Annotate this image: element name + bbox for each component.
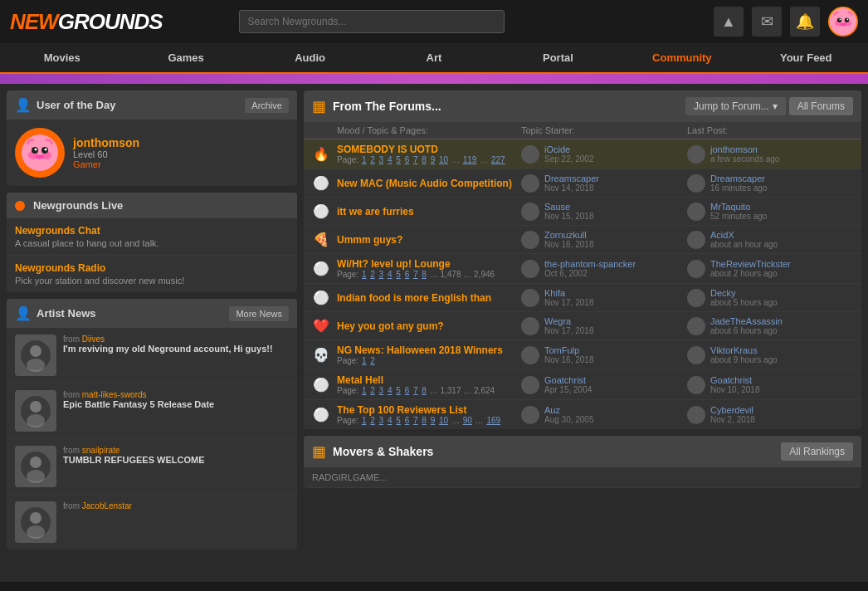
last-poster-name[interactable]: Decky: [710, 288, 778, 298]
starter-name[interactable]: Auz: [544, 405, 594, 415]
last-post-date: Nov 10, 2018: [710, 385, 760, 394]
jump-to-forum-button[interactable]: Jump to Forum... ▾: [685, 97, 786, 115]
starter-name[interactable]: Sause: [544, 202, 594, 212]
starter-name[interactable]: TomFulp: [544, 345, 594, 355]
svg-point-23: [30, 457, 41, 468]
news-author[interactable]: Diives: [82, 335, 105, 344]
forum-row: ⚪ The Top 100 Reviewers List Page: 1 2 3…: [304, 400, 861, 429]
news-avatar: [15, 335, 56, 376]
forum-row: ⚪ Metal Hell Page: 1 2 3 4 5 6 7 8 … 1,3…: [304, 370, 861, 400]
news-icon: 👤: [15, 305, 32, 321]
live-chat-item: Newgrounds Chat A casual place to hang o…: [7, 218, 297, 256]
news-from: from matt-likes-swords: [63, 390, 214, 399]
forum-starter: the-phantom-spancker Oct 6, 2002: [521, 259, 687, 278]
last-poster-name[interactable]: JadeTheAssassin: [710, 316, 783, 326]
forum-starter: Wegra Nov 17, 2018: [521, 316, 687, 335]
nav-community[interactable]: Community: [620, 43, 744, 72]
forum-last: Goatchrist Nov 10, 2018: [687, 375, 853, 394]
search-input[interactable]: [239, 10, 505, 33]
topic-title[interactable]: Indian food is more English than: [337, 292, 521, 304]
forum-last: ViktorKraus about 9 hours ago: [687, 345, 853, 364]
banner: [0, 74, 868, 84]
starter-name[interactable]: Khifa: [544, 288, 594, 298]
starter-date: Nov 15, 2018: [544, 212, 594, 221]
nav-art[interactable]: Art: [372, 43, 495, 72]
uotd-username[interactable]: jonthomson: [73, 136, 139, 149]
news-author[interactable]: matt-likes-swords: [82, 390, 147, 399]
all-forums-button[interactable]: All Forums: [789, 97, 853, 115]
all-rankings-button[interactable]: All Rankings: [781, 442, 853, 461]
starter-info: Zornuzkull Nov 16, 2018: [544, 230, 594, 249]
topic-title[interactable]: Ummm guys?: [337, 234, 521, 246]
last-poster-name[interactable]: TheReviewTrickster: [710, 259, 791, 269]
starter-avatar: [521, 260, 539, 278]
last-post-date: about 5 hours ago: [710, 298, 778, 307]
newgrounds-live-panel: Newgrounds Live Newgrounds Chat A casual…: [7, 193, 297, 292]
starter-avatar: [521, 203, 539, 221]
forum-row: 🔥 SOMEBODY IS UOTD Page: 1 2 3 4 5 6 7 8…: [304, 139, 861, 169]
topic-title[interactable]: NG News: Halloween 2018 Winners: [337, 344, 521, 356]
nav-games[interactable]: Games: [124, 43, 247, 72]
last-poster-name[interactable]: Cyberdevil: [710, 405, 755, 415]
forum-last: Dreamscaper 16 minutes ago: [687, 173, 853, 193]
news-author[interactable]: snailpirate: [82, 446, 120, 455]
starter-date: Sep 22, 2002: [544, 154, 594, 164]
col-last: Last Post:: [687, 125, 853, 135]
starter-name[interactable]: Dreamscaper: [544, 173, 599, 183]
search-bar[interactable]: [239, 10, 505, 33]
topic-title[interactable]: itt we are furries: [337, 206, 521, 217]
news-author[interactable]: JacobLenstar: [82, 501, 132, 510]
last-poster-name[interactable]: Goatchrist: [710, 375, 760, 385]
upload-icon[interactable]: ▲: [714, 7, 744, 37]
topic-pages: Page: 1 2 3 4 5 6 7 8 … 1,317 … 2,624: [337, 386, 521, 395]
news-item: from snailpirate TUMBLR REFUGEES WELCOME: [7, 439, 297, 495]
starter-name[interactable]: Goatchrist: [544, 375, 592, 385]
bell-icon[interactable]: 🔔: [790, 7, 820, 37]
nav-movies[interactable]: Movies: [0, 43, 124, 72]
forum-topic: SOMEBODY IS UOTD Page: 1 2 3 4 5 6 7 8 9…: [337, 144, 521, 164]
archive-button[interactable]: Archive: [245, 98, 289, 113]
last-poster-avatar: [687, 346, 705, 364]
live-chat-title[interactable]: Newgrounds Chat: [15, 225, 289, 237]
user-avatar-icon[interactable]: [828, 7, 858, 37]
topic-title[interactable]: Hey you got any gum?: [337, 320, 521, 332]
topic-title[interactable]: SOMEBODY IS UOTD: [337, 144, 521, 155]
mail-icon[interactable]: ✉: [752, 7, 782, 37]
starter-name[interactable]: Zornuzkull: [544, 230, 594, 240]
forum-last: jonthomson a few seconds ago: [687, 144, 853, 164]
movers-title: Movers & Shakers: [333, 445, 433, 458]
svg-point-0: [830, 8, 856, 35]
nav-your-feed[interactable]: Your Feed: [744, 43, 868, 72]
topic-title[interactable]: The Top 100 Reviewers List: [337, 404, 521, 416]
nav-portal[interactable]: Portal: [496, 43, 620, 72]
last-poster-name[interactable]: Dreamscaper: [710, 173, 767, 183]
news-from: from JacobLenstar: [63, 501, 132, 510]
topic-title[interactable]: Wi/Ht? level up! Lounge: [337, 258, 521, 270]
starter-name[interactable]: iOcide: [544, 144, 594, 154]
svg-point-18: [27, 359, 45, 372]
topic-title[interactable]: New MAC (Music Audio Competition): [337, 178, 521, 189]
starter-name[interactable]: Wegra: [544, 316, 594, 326]
last-post-date: about 2 hours ago: [710, 269, 791, 278]
starter-date: Oct 6, 2002: [544, 269, 636, 278]
news-header: 👤 Artist News More News: [7, 299, 297, 328]
last-poster-name[interactable]: AcidX: [710, 230, 778, 240]
last-poster-name[interactable]: MrTaquito: [710, 202, 767, 212]
last-poster-name[interactable]: jonthomson: [710, 144, 779, 154]
uotd-avatar-kirby: [19, 132, 61, 173]
logo-new: NEW: [10, 9, 58, 35]
last-poster-name[interactable]: ViktorKraus: [710, 345, 778, 355]
more-news-button[interactable]: More News: [229, 306, 289, 321]
starter-avatar: [521, 289, 539, 307]
movers-loading: RADGIRLGAME...: [312, 472, 387, 482]
uotd-avatar: [15, 128, 65, 178]
forum-topic: itt we are furries: [337, 206, 521, 217]
topic-title[interactable]: Metal Hell: [337, 374, 521, 386]
forum-row: 💀 NG News: Halloween 2018 Winners Page: …: [304, 340, 861, 370]
uotd-header: 👤 User of the Day Archive: [7, 90, 297, 120]
content-area: ▦ From The Forums... Jump to Forum... ▾ …: [304, 90, 861, 575]
nav-audio[interactable]: Audio: [248, 43, 372, 72]
sidebar: 👤 User of the Day Archive: [7, 90, 297, 575]
starter-name[interactable]: the-phantom-spancker: [544, 259, 636, 269]
live-radio-title[interactable]: Newgrounds Radio: [15, 262, 289, 274]
